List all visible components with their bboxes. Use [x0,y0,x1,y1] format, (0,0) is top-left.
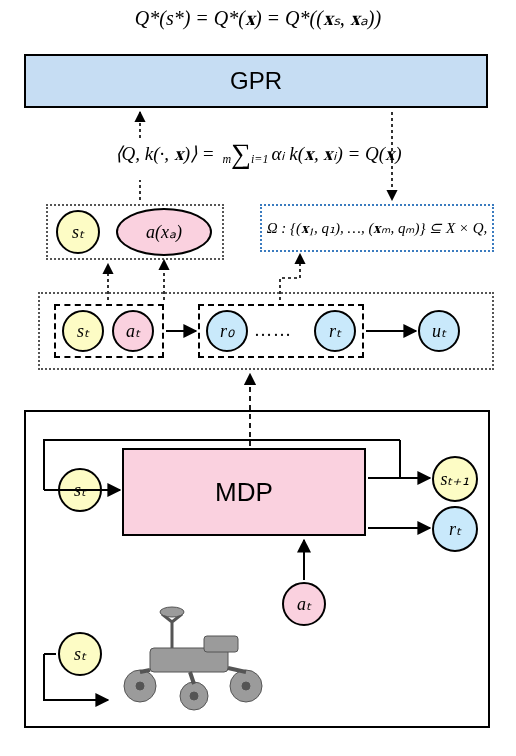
mdp-label: MDP [215,477,273,508]
action-axa-node: a(xₐ) [116,208,212,256]
dots-label: …… [254,320,292,340]
state-st-label-env1: sₜ [74,479,86,501]
state-st-node-upper: sₜ [56,210,100,254]
return-ut-node: uₜ [418,310,460,352]
omega-text: Ω : {(𝐱₁, q₁), …, (𝐱ₘ, qₘ)} ⊆ X × Q, [267,219,488,237]
state-st-label: sₜ [72,221,84,243]
state-st-label-traj: sₜ [77,320,89,342]
sum-bot: i=1 [251,152,268,166]
action-at-label-traj: aₜ [126,320,140,342]
action-at-node-traj: aₜ [112,310,154,352]
summation: m∑i=1 [222,143,268,168]
next-state-node: sₜ₊₁ [432,456,478,502]
state-st-node-env-lower: sₜ [58,632,102,676]
svg-point-7 [190,692,198,700]
svg-point-6 [136,682,144,690]
gpr-label: GPR [230,67,282,95]
sum-top: m [222,152,231,166]
svg-point-8 [242,682,250,690]
reward-r0-node: r₀ [206,310,248,352]
state-st-node-env-upper: sₜ [58,468,102,512]
reward-r0-label: r₀ [220,320,234,342]
state-st-node-traj: sₜ [62,310,104,352]
rover-icon [110,600,280,720]
mid-equation: ⟨Q, k(·, 𝐱)⟩ = m∑i=1αᵢ k(𝐱, 𝐱ᵢ) = Q(𝐱) [0,142,516,168]
state-st-label-env2: sₜ [74,643,86,665]
mdp-block: MDP [122,448,366,536]
action-axa-label: a(xₐ) [146,221,182,243]
return-ut-label: uₜ [432,320,446,342]
svg-rect-1 [204,636,238,652]
mid-eq-lhs: ⟨Q, k(·, 𝐱)⟩ = [115,143,220,164]
omega-set-box: Ω : {(𝐱₁, q₁), …, (𝐱ₘ, qₘ)} ⊆ X × Q, [260,204,494,252]
reward-rt-node: rₜ [314,310,356,352]
svg-point-2 [160,607,184,617]
ellipsis-dots: …… [254,320,292,341]
reward-rt-label-env: rₜ [449,518,461,540]
action-at-node-env: aₜ [282,582,326,626]
top-equation-text: Q*(s*) = Q*(𝐱) = Q*((𝐱ₛ, 𝐱ₐ)) [135,7,381,29]
next-state-label: sₜ₊₁ [440,468,469,490]
gpr-block: GPR [24,54,488,108]
reward-rt-node-env: rₜ [432,506,478,552]
action-at-label-env: aₜ [297,593,311,615]
mid-eq-rhs: αᵢ k(𝐱, 𝐱ᵢ) = Q(𝐱) [271,143,401,164]
reward-rt-label: rₜ [329,320,341,342]
top-equation: Q*(s*) = Q*(𝐱) = Q*((𝐱ₛ, 𝐱ₐ)) [0,6,516,30]
sum-symbol: ∑ [231,138,251,169]
